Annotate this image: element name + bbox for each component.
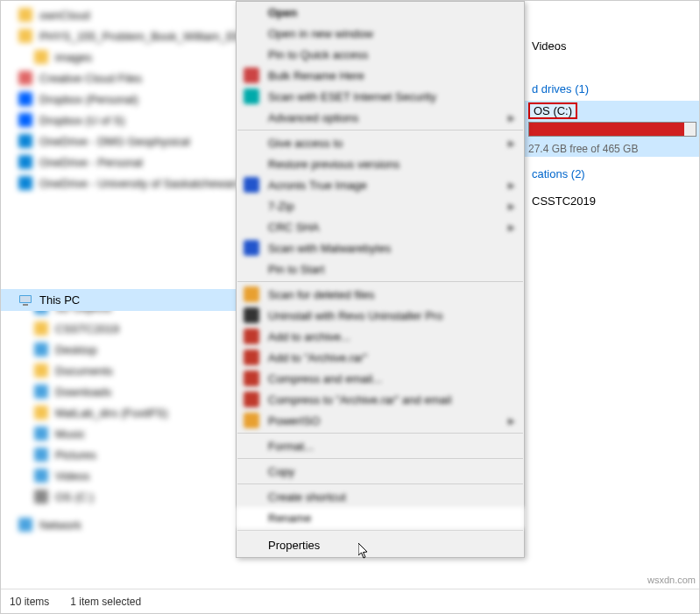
folder-icon <box>34 385 48 399</box>
menu-item[interactable]: PowerISO▶ <box>237 410 524 431</box>
network-icon <box>18 518 32 532</box>
menu-item[interactable]: Advanced options▶ <box>237 107 524 128</box>
sidebar-subitem[interactable]: Desktop <box>1 339 237 360</box>
menu-item-icon <box>244 307 259 323</box>
sidebar-item[interactable]: OneDrive - University of Saskatchewan <box>1 173 237 194</box>
nav-sidebar: ownCloudPHYS_155_Problem_Book_William_El… <box>1 1 237 570</box>
drive-os-c[interactable]: OS (C:) <box>525 101 700 141</box>
svg-rect-2 <box>23 304 28 306</box>
menu-item[interactable]: Scan with ESET Internet Security <box>237 86 524 107</box>
menu-separator <box>237 530 523 531</box>
drive-stat: 27.4 GB free of 465 GB <box>525 141 700 157</box>
menu-item[interactable]: Acronis True Image▶ <box>237 174 524 195</box>
sidebar-item-this-pc[interactable]: This PC <box>1 289 237 311</box>
folder-icon <box>34 342 48 356</box>
sidebar-subitem[interactable]: Pictures <box>1 444 237 465</box>
folder-icon <box>34 363 48 378</box>
menu-item-icon <box>244 67 259 83</box>
status-selected: 1 item selected <box>70 596 141 608</box>
sidebar-item[interactable]: Creative Cloud Files <box>1 67 237 88</box>
drive-usage-bar <box>528 122 696 137</box>
menu-item[interactable]: Create shortcut <box>237 486 524 507</box>
drives-heading[interactable]: d drives (1) <box>525 77 700 101</box>
menu-separator <box>237 458 523 459</box>
menu-item[interactable]: 7-Zip▶ <box>237 195 524 216</box>
sidebar-subitem[interactable]: CSSTC2019 <box>1 318 237 339</box>
item-videos[interactable]: Videos <box>525 36 700 56</box>
folder-icon <box>18 71 32 85</box>
sidebar-item[interactable]: PHYS_155_Problem_Book_William_Ell <box>1 25 237 46</box>
menu-item[interactable]: Restore previous versions <box>237 153 524 174</box>
item-csstc2019[interactable]: CSSTC2019 <box>525 191 700 211</box>
menu-item[interactable]: Copy <box>237 461 524 482</box>
menu-item[interactable]: Format... <box>237 435 524 456</box>
sidebar-item-network[interactable]: Network <box>1 514 237 535</box>
sidebar-subitem[interactable]: MatLab_dirs (FoxitFS) <box>1 402 237 423</box>
folder-icon <box>34 321 48 335</box>
submenu-arrow-icon: ▶ <box>508 138 515 148</box>
menu-item[interactable]: Scan for deleted files <box>237 284 524 305</box>
sidebar-subitem[interactable]: Videos <box>1 465 237 486</box>
status-item-count: 10 items <box>10 596 49 608</box>
menu-item-icon <box>244 413 259 428</box>
submenu-arrow-icon: ▶ <box>508 416 515 426</box>
folder-icon <box>34 469 48 483</box>
sidebar-item[interactable]: ownCloud <box>1 4 237 25</box>
folder-icon <box>18 155 32 169</box>
sidebar-item[interactable]: Dropbox (Personal) <box>1 88 237 109</box>
submenu-arrow-icon: ▶ <box>508 201 515 211</box>
menu-separator <box>237 483 523 484</box>
content-pane: Videos d drives (1) OS (C:) 27.4 GB free… <box>525 1 700 211</box>
menu-item-icon <box>244 88 259 104</box>
menu-item[interactable]: Give access to▶ <box>237 132 524 153</box>
menu-item-icon <box>244 349 259 365</box>
menu-item[interactable]: CRC SHA▶ <box>237 216 524 237</box>
sidebar-item[interactable]: OneDrive - DMG Geophysical <box>1 131 237 152</box>
sidebar-subitem[interactable]: Music <box>1 423 237 444</box>
folder-icon <box>18 113 32 127</box>
menu-item[interactable]: Scan with Malwarebytes <box>237 237 524 258</box>
menu-item[interactable]: Compress to "Archive.rar" and email <box>237 389 524 410</box>
folder-icon <box>34 490 48 504</box>
menu-item[interactable]: Pin to Start <box>237 258 524 279</box>
folder-icon <box>18 8 32 22</box>
sidebar-subitem[interactable]: Documents <box>1 360 237 381</box>
menu-item[interactable]: Pin to Quick access <box>237 44 524 65</box>
menu-item-icon <box>244 240 259 256</box>
submenu-arrow-icon: ▶ <box>508 113 515 123</box>
menu-item[interactable]: Rename <box>237 507 524 528</box>
menu-separator <box>237 130 523 131</box>
menu-item-icon <box>244 286 259 302</box>
folder-icon <box>34 448 48 462</box>
context-menu: OpenOpen in new windowPin to Quick acces… <box>236 1 525 558</box>
sidebar-item[interactable]: OneDrive - Personal <box>1 152 237 173</box>
submenu-arrow-icon: ▶ <box>508 222 515 232</box>
menu-item-icon <box>244 177 259 193</box>
menu-item[interactable]: Compress and email... <box>237 368 524 389</box>
folder-icon <box>34 406 48 420</box>
drive-label: OS (C:) <box>528 102 577 119</box>
menu-item-properties[interactable]: Properties <box>237 533 524 557</box>
menu-item[interactable]: Add to archive... <box>237 326 524 347</box>
menu-item[interactable]: Bulk Rename Here <box>237 65 524 86</box>
folder-icon <box>18 92 32 106</box>
menu-item[interactable]: Open <box>237 2 524 23</box>
this-pc-icon <box>18 293 32 307</box>
menu-item-icon <box>244 392 259 407</box>
sidebar-item[interactable]: Dropbox (U of S) <box>1 109 237 131</box>
menu-item[interactable]: Add to "Archive.rar" <box>237 347 524 368</box>
menu-item[interactable]: Uninstall with Revo Uninstaller Pro <box>237 305 524 326</box>
menu-separator <box>237 433 523 434</box>
folder-icon <box>34 427 48 441</box>
sidebar-subitem[interactable]: Downloads <box>1 381 237 402</box>
sidebar-item[interactable]: images <box>1 46 237 67</box>
folder-icon <box>18 29 32 43</box>
locations-heading[interactable]: cations (2) <box>525 162 700 186</box>
menu-separator <box>237 281 523 282</box>
sidebar-subitem[interactable]: OS (C:) <box>1 486 237 507</box>
submenu-arrow-icon: ▶ <box>508 180 515 190</box>
menu-item-icon <box>244 371 259 386</box>
menu-item[interactable]: Open in new window <box>237 23 524 44</box>
status-bar: 10 items 1 item selected <box>1 589 699 613</box>
menu-item-icon <box>244 328 259 344</box>
